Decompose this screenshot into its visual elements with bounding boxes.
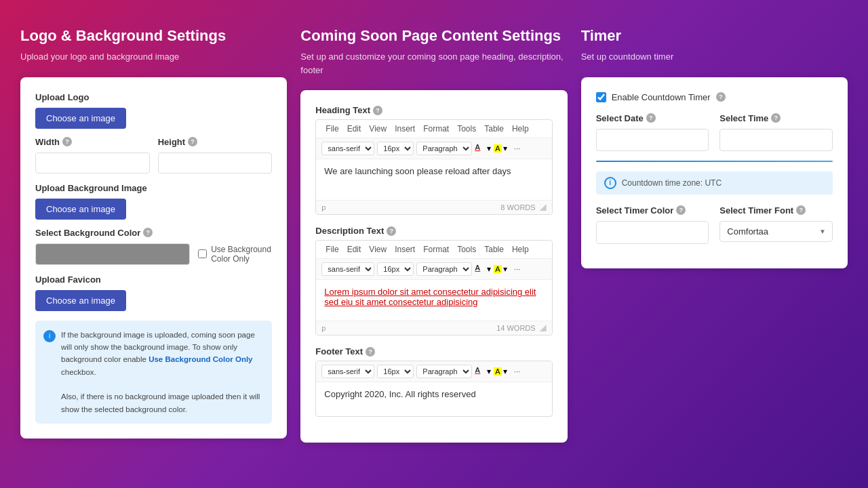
footer-toolbar: sans-serif 16px Paragraph A ▾ <box>316 361 551 382</box>
menu-format[interactable]: Format <box>419 123 453 135</box>
heading-help-icon[interactable]: ? <box>373 106 382 115</box>
timer-font-help-icon[interactable]: ? <box>796 205 806 215</box>
upload-logo-label: Upload Logo <box>35 92 272 102</box>
menu-edit[interactable]: Edit <box>343 123 366 135</box>
timer-font-select[interactable]: Comfortaa Roboto Open Sans Lato Montserr… <box>719 221 833 242</box>
info-icon: i <box>43 330 56 342</box>
heading-paragraph-style[interactable]: Paragraph <box>416 142 472 155</box>
menu-help[interactable]: Help <box>508 123 533 135</box>
desc-menu-view[interactable]: View <box>365 243 391 256</box>
heading-p-label: p <box>321 203 326 211</box>
footer-label: Footer Text ? <box>315 346 552 357</box>
logo-bg-column: Logo & Background Settings Upload your l… <box>20 27 287 443</box>
menu-table[interactable]: Table <box>480 123 508 135</box>
desc-menu-insert[interactable]: Insert <box>391 243 419 256</box>
date-input[interactable]: 09-17-2020 <box>596 129 709 151</box>
desc-menu-edit[interactable]: Edit <box>343 243 366 256</box>
desc-p-label: p <box>321 324 326 332</box>
footer-paragraph-style[interactable]: Paragraph <box>416 365 472 378</box>
footer-content[interactable]: Copyright 2020, Inc. All rights reserved <box>316 382 551 416</box>
desc-paragraph-style[interactable]: Paragraph <box>416 262 472 276</box>
enable-timer-checkbox[interactable] <box>596 92 606 102</box>
bg-color-help-icon[interactable]: ? <box>143 228 153 237</box>
menu-file[interactable]: File <box>321 123 342 135</box>
desc-menu-help[interactable]: Help <box>508 243 533 256</box>
footer-more-options[interactable]: ··· <box>510 364 525 379</box>
timer-color-label: Select Timer Color ? <box>596 205 709 216</box>
date-col: Select Date ? 09-17-2020 <box>596 113 709 151</box>
heading-resize-handle[interactable] <box>540 204 547 211</box>
height-input[interactable] <box>158 152 273 174</box>
bg-color-swatch[interactable] <box>35 243 190 265</box>
time-col: Select Time ? 00:00:00 <box>719 113 833 151</box>
desc-bg-color[interactable]: A ▾ <box>494 264 507 274</box>
desc-font-size[interactable]: 16px <box>377 262 414 276</box>
footer-help-icon[interactable]: ? <box>366 347 375 357</box>
desc-menu-format[interactable]: Format <box>419 243 453 256</box>
content-card: Heading Text ? File Edit View Insert For… <box>300 90 567 443</box>
select-date-label: Select Date ? <box>596 113 709 123</box>
timer-card: Enable Countdown Timer ? Select Date ? 0… <box>581 77 848 268</box>
width-field-group: Width ? <box>35 137 150 174</box>
desc-more-options[interactable]: ··· <box>510 262 525 277</box>
heading-font-family[interactable]: sans-serif <box>321 142 374 155</box>
logo-bg-card: Upload Logo Choose an image Width ? Heig… <box>20 77 287 439</box>
time-help-icon[interactable]: ? <box>771 113 781 123</box>
info-box: i If the background image is uploaded, c… <box>35 321 272 424</box>
desc-resize-handle[interactable] <box>540 325 547 331</box>
timer-color-swatch[interactable] <box>597 222 709 243</box>
date-help-icon[interactable]: ? <box>646 113 656 123</box>
footer-bg-color[interactable]: A ▾ <box>494 367 507 376</box>
timezone-bar: i Countdown time zone: UTC <box>596 171 833 195</box>
width-label: Width ? <box>35 137 150 147</box>
width-help-icon[interactable]: ? <box>62 137 72 146</box>
enable-timer-help-icon[interactable]: ? <box>716 92 726 102</box>
description-editor: File Edit View Insert Format Tools Table… <box>315 240 552 336</box>
footer-font-size[interactable]: 16px <box>377 365 414 378</box>
heading-bg-color[interactable]: A ▾ <box>494 144 507 153</box>
timer-font-col: Select Timer Font ? Comfortaa Roboto Ope… <box>719 205 833 244</box>
height-label: Height ? <box>158 137 273 147</box>
menu-view[interactable]: View <box>365 123 391 135</box>
width-input[interactable] <box>35 152 150 174</box>
height-help-icon[interactable]: ? <box>188 137 197 146</box>
desc-menu-table[interactable]: Table <box>480 243 508 256</box>
choose-logo-btn[interactable]: Choose an image <box>35 108 126 129</box>
heading-label: Heading Text ? <box>315 105 552 115</box>
enable-timer-label: Enable Countdown Timer <box>612 92 711 102</box>
time-input[interactable]: 00:00:00 <box>719 129 833 151</box>
heading-footer: p 8 WORDS <box>316 200 551 214</box>
footer-font-color[interactable]: A ▾ <box>475 366 491 377</box>
heading-toolbar: sans-serif 16px Paragraph A ▾ <box>316 138 551 159</box>
content-column: Coming Soon Page Content Settings Set up… <box>300 27 567 443</box>
color-font-row: Select Timer Color ? Select Timer Font ? <box>596 205 833 244</box>
footer-editor: sans-serif 16px Paragraph A ▾ <box>315 361 552 417</box>
footer-font-family[interactable]: sans-serif <box>321 365 374 378</box>
use-bg-color-only-checkbox[interactable] <box>198 249 207 258</box>
logo-bg-subtitle: Upload your logo and background image <box>20 50 287 64</box>
desc-font-family[interactable]: sans-serif <box>321 262 374 276</box>
heading-font-size[interactable]: 16px <box>377 142 414 155</box>
desc-menu-tools[interactable]: Tools <box>453 243 480 256</box>
desc-word-count: 14 WORDS <box>496 324 535 332</box>
timer-font-label: Select Timer Font ? <box>719 205 833 216</box>
timer-color-help-icon[interactable]: ? <box>676 205 686 215</box>
desc-font-color[interactable]: A ▾ <box>475 264 491 274</box>
height-field-group: Height ? <box>158 137 273 174</box>
menu-tools[interactable]: Tools <box>453 123 480 135</box>
timer-color-wrapper <box>596 221 709 244</box>
content-header: Coming Soon Page Content Settings Set up… <box>300 27 567 77</box>
heading-content[interactable]: We are launching soon please reload afte… <box>316 159 551 200</box>
choose-favicon-btn[interactable]: Choose an image <box>35 290 126 311</box>
description-help-icon[interactable]: ? <box>387 226 396 236</box>
footer-editor-section: Footer Text ? sans-serif 16px Paragraph <box>315 346 552 417</box>
logo-bg-title: Logo & Background Settings <box>20 27 287 45</box>
menu-insert[interactable]: Insert <box>391 123 419 135</box>
heading-more-options[interactable]: ··· <box>510 141 525 156</box>
heading-font-color[interactable]: A ▾ <box>475 143 491 154</box>
use-bg-color-only-label[interactable]: Use Background Color Only <box>198 245 272 264</box>
description-content[interactable]: Lorem ipsum dolor sit amet consectetur a… <box>316 280 551 321</box>
choose-bg-btn[interactable]: Choose an image <box>35 199 126 220</box>
description-editor-section: Description Text ? File Edit View Insert… <box>315 226 552 336</box>
desc-menu-file[interactable]: File <box>321 243 342 256</box>
